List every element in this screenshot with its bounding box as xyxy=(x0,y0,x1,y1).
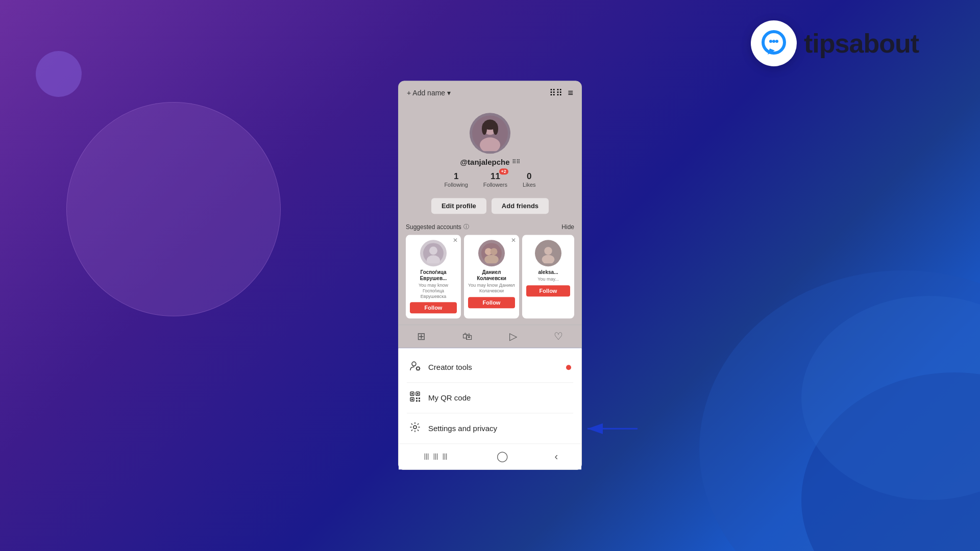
android-home-icon[interactable]: ◯ xyxy=(497,450,508,463)
svg-rect-29 xyxy=(417,393,419,395)
username-text: @tanjalepche xyxy=(460,158,509,166)
followers-count: 11 +2 xyxy=(491,171,500,182)
svg-point-36 xyxy=(413,426,416,429)
creator-tools-menu-item[interactable]: Creator tools xyxy=(399,353,581,383)
followers-badge: +2 xyxy=(499,168,508,174)
stat-likes: 0 Likes xyxy=(523,171,536,188)
svg-point-7 xyxy=(775,40,778,43)
creator-tools-dot xyxy=(566,365,571,370)
suggestion-avatar-3 xyxy=(535,240,561,266)
phone-mockup: + Add name ▾ ⠿⠿ ≡ xyxy=(398,81,582,470)
couple-avatar-icon xyxy=(481,243,502,263)
heart-nav-icon[interactable]: ♡ xyxy=(554,331,563,343)
info-icon: ⓘ xyxy=(463,223,469,231)
stat-following: 1 Following xyxy=(444,171,468,188)
likes-label: Likes xyxy=(523,182,536,188)
video-nav-icon[interactable]: ▷ xyxy=(509,331,517,343)
stat-followers[interactable]: 11 +2 Followers xyxy=(483,171,507,188)
gear-icon xyxy=(409,422,421,436)
svg-rect-33 xyxy=(419,398,420,399)
top-icon-group: ⠿⠿ ≡ xyxy=(549,87,573,98)
qr-code-icon[interactable]: ⠿⠿ xyxy=(549,87,562,98)
suggestion-card-3: aleksa... You may... Follow xyxy=(522,235,574,318)
creator-tools-label: Creator tools xyxy=(428,363,472,372)
suggestion-card-1: ✕ Госпоѓица Еврушев... You may know Госп… xyxy=(406,235,461,318)
chevron-down-icon: ▾ xyxy=(447,89,451,97)
add-name-label: + Add name xyxy=(407,89,445,97)
profile-action-buttons: Edit profile Add friends xyxy=(431,198,549,214)
follow-button-3[interactable]: Follow xyxy=(526,285,570,296)
suggestion-sub-2: You may know Даниел Колачевски xyxy=(468,283,515,294)
my-qr-code-menu-item[interactable]: My QR code xyxy=(399,383,581,413)
edit-profile-button[interactable]: Edit profile xyxy=(431,198,486,214)
stats-row: 1 Following 11 +2 Followers 0 Likes xyxy=(444,171,535,188)
suggested-accounts-header: Suggested accounts ⓘ Hide xyxy=(399,219,581,235)
close-card-2-button[interactable]: ✕ xyxy=(511,237,516,244)
suggestion-sub-1: You may know Госпоѓица Еврушевска xyxy=(410,283,457,299)
decorative-circle-small xyxy=(36,51,82,97)
profile-bottom-nav: ⊞ 🛍 ▷ ♡ xyxy=(399,325,581,348)
follow-button-2[interactable]: Follow xyxy=(468,297,515,308)
settings-privacy-menu-item[interactable]: Settings and privacy xyxy=(399,414,581,444)
svg-point-15 xyxy=(429,246,437,255)
suggested-title: Suggested accounts ⓘ xyxy=(406,223,469,231)
svg-point-5 xyxy=(769,40,772,43)
suggestion-avatar-2 xyxy=(478,240,505,266)
svg-point-19 xyxy=(491,248,498,255)
decorative-circle-large xyxy=(66,102,281,316)
close-card-1-button[interactable]: ✕ xyxy=(453,237,458,244)
profile-section: @tanjalepche ⠿⠿ 1 Following 11 +2 Follow… xyxy=(399,105,581,219)
shop-nav-icon[interactable]: 🛍 xyxy=(462,331,473,342)
suggestion-sub-3: You may... xyxy=(537,277,559,282)
person-gear-icon xyxy=(409,361,421,374)
svg-rect-31 xyxy=(411,399,413,400)
partial-avatar-icon xyxy=(538,243,558,263)
following-count: 1 xyxy=(454,171,458,182)
grid-nav-icon[interactable]: ⊞ xyxy=(417,331,426,343)
brand-name: tipsabout xyxy=(804,28,919,59)
likes-count: 0 xyxy=(527,171,531,182)
suggestion-avatar-1 xyxy=(420,240,447,266)
follow-button-1[interactable]: Follow xyxy=(410,303,457,314)
top-bar: + Add name ▾ ⠿⠿ ≡ xyxy=(399,81,581,105)
my-qr-code-label: My QR code xyxy=(428,394,471,403)
svg-rect-27 xyxy=(411,393,413,395)
avatar xyxy=(470,113,510,154)
tipsabout-logo: tipsabout xyxy=(751,20,919,66)
svg-rect-32 xyxy=(416,398,418,399)
hamburger-menu-icon[interactable]: ≡ xyxy=(568,88,573,98)
svg-rect-35 xyxy=(419,400,420,402)
menu-drawer: Creator tools My QR code xyxy=(398,348,582,470)
android-back-icon[interactable]: ‹ xyxy=(554,450,558,462)
svg-point-24 xyxy=(412,362,416,366)
wave-decoration xyxy=(623,245,980,551)
svg-point-12 xyxy=(482,122,487,135)
svg-point-13 xyxy=(493,122,498,135)
suggestion-card-2: ✕ Даниел Колачевски You may know Даниел … xyxy=(464,235,519,318)
settings-privacy-label: Settings and privacy xyxy=(428,424,497,433)
qr-indicator: ⠿⠿ xyxy=(512,159,520,165)
logo-icon-circle xyxy=(751,20,797,66)
add-friends-button[interactable]: Add friends xyxy=(492,198,549,214)
following-label: Following xyxy=(444,182,468,188)
avatar-image xyxy=(472,115,508,151)
qr-squares-icon xyxy=(409,391,421,405)
followers-label: Followers xyxy=(483,182,507,188)
default-avatar-icon xyxy=(423,243,444,263)
svg-rect-34 xyxy=(416,400,418,402)
phone-top-section: + Add name ▾ ⠿⠿ ≡ xyxy=(398,81,582,348)
suggestion-name-1: Госпоѓица Еврушев... xyxy=(410,269,457,282)
username-display: @tanjalepche ⠿⠿ xyxy=(460,158,520,166)
android-bars-icon[interactable]: ⫼⫼⫼ xyxy=(422,451,450,462)
suggested-cards-container: ✕ Госпоѓица Еврушев... You may know Госп… xyxy=(399,235,581,324)
svg-point-22 xyxy=(544,247,552,255)
arrow-annotation xyxy=(581,421,638,436)
suggestion-name-2: Даниел Колачевски xyxy=(468,269,515,282)
svg-point-6 xyxy=(772,40,775,43)
android-nav-bar: ⫼⫼⫼ ◯ ‹ xyxy=(399,444,581,470)
chat-bubble-icon xyxy=(758,28,789,59)
hide-suggested-button[interactable]: Hide xyxy=(561,223,574,231)
add-name-button[interactable]: + Add name ▾ xyxy=(407,89,451,97)
suggestion-name-3: aleksa... xyxy=(538,269,558,276)
